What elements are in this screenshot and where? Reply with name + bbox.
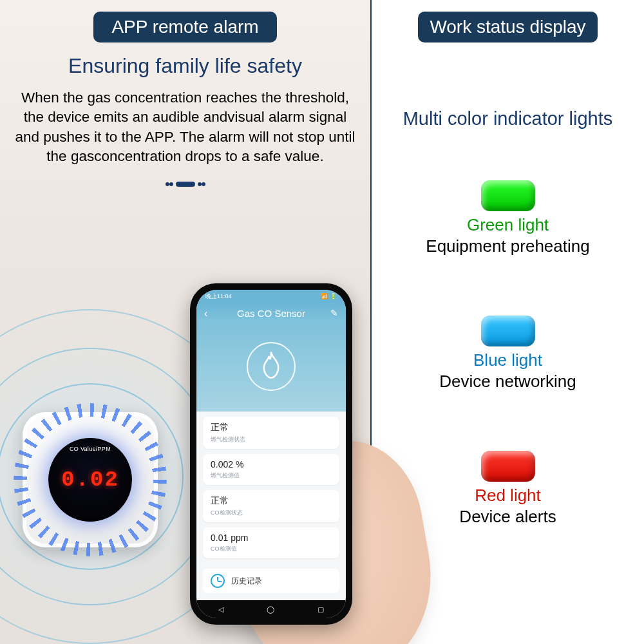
status-time: 晚上11:04 <box>205 292 232 301</box>
left-subtitle: Ensuring family life safety <box>10 54 361 78</box>
app-hero <box>196 321 346 412</box>
clock-icon <box>211 574 225 588</box>
phone-screen: 晚上11:04 📶 🔋 ‹ Gas CO Sensor ✎ <box>196 290 346 618</box>
card-gas-value[interactable]: 0.002 % 燃气检测值 <box>203 454 339 485</box>
left-badge: APP remote alarm <box>93 12 276 43</box>
phone-navbar: ◁ ◯ ▢ <box>196 600 346 618</box>
nav-home-icon[interactable]: ◯ <box>267 605 274 614</box>
led-desc: Equipment preheating <box>384 236 631 256</box>
led-name: Green light <box>384 215 631 235</box>
gas-sensor-device: CO Value/PPM 0.02 <box>23 412 158 547</box>
card-sub: CO检测状态 <box>211 509 332 517</box>
led-name: Blue light <box>384 350 631 370</box>
status-icons: 📶 🔋 <box>321 293 337 299</box>
left-description: When the gas concentration reaches the t… <box>10 88 361 167</box>
status-cards: 正常 燃气检测状态 0.002 % 燃气检测值 正常 CO检测状态 0.01 <box>196 412 346 569</box>
app-header: ‹ Gas CO Sensor ✎ <box>196 303 346 321</box>
card-co-state[interactable]: 正常 CO检测状态 <box>203 490 339 522</box>
card-co-value[interactable]: 0.01 ppm CO检测值 <box>203 527 339 558</box>
status-green: Green light Equipment preheating <box>384 180 631 256</box>
led-blue-icon <box>481 316 535 346</box>
card-value: 0.002 % <box>211 459 332 469</box>
led-green-icon <box>481 180 535 211</box>
card-sub: CO检测值 <box>211 545 332 553</box>
card-gas-state[interactable]: 正常 燃气检测状态 <box>203 417 339 449</box>
card-sub: 燃气检测状态 <box>211 435 332 444</box>
right-badge: Work status display <box>418 12 597 43</box>
nav-recent-icon[interactable]: ▢ <box>317 605 324 614</box>
hand-holding-phone: 晚上11:04 📶 🔋 ‹ Gas CO Sensor ✎ <box>158 264 402 644</box>
smartphone-mock: 晚上11:04 📶 🔋 ‹ Gas CO Sensor ✎ <box>190 283 352 625</box>
divider-icon <box>10 178 361 189</box>
card-value: 正常 <box>211 422 332 433</box>
sensor-readout: 0.02 <box>61 468 119 492</box>
nav-back-icon[interactable]: ◁ <box>218 605 223 614</box>
card-value: 正常 <box>211 495 332 507</box>
app-title: Gas CO Sensor <box>237 308 305 319</box>
edit-icon[interactable]: ✎ <box>330 308 338 318</box>
back-icon[interactable]: ‹ <box>204 308 207 319</box>
left-panel: APP remote alarm Ensuring family life sa… <box>0 0 370 644</box>
illustration-scene: CO Value/PPM 0.02 晚上11:04 📶 🔋 ‹ Gas CO S… <box>0 219 370 644</box>
led-desc: Device networking <box>384 372 631 392</box>
led-name: Red light <box>384 486 631 506</box>
history-row[interactable]: 历史记录 <box>203 569 339 593</box>
flame-icon <box>247 342 296 391</box>
led-red-icon <box>481 451 535 482</box>
sensor-unit-label: CO Value/PPM <box>70 446 111 452</box>
history-label: 历史记录 <box>231 576 262 587</box>
status-blue: Blue light Device networking <box>384 316 631 392</box>
phone-statusbar: 晚上11:04 📶 🔋 <box>196 290 346 303</box>
card-value: 0.01 ppm <box>211 533 332 543</box>
right-subtitle: Multi color indicator lights <box>384 107 631 130</box>
card-sub: 燃气检测值 <box>211 471 332 480</box>
